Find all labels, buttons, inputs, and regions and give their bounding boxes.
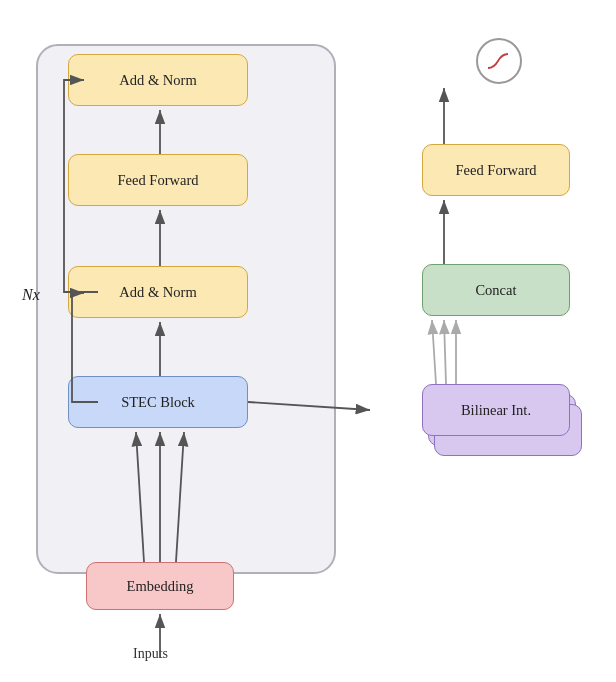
svg-line-10 <box>432 320 436 384</box>
feed-forward-left-block: Feed Forward <box>68 154 248 206</box>
nx-label: Nx <box>22 286 40 304</box>
embedding-block: Embedding <box>86 562 234 610</box>
activation-icon <box>476 38 522 84</box>
bilinear-block: Bilinear Int. <box>422 384 570 436</box>
inputs-label: Inputs <box>133 646 168 662</box>
add-norm-top-block: Add & Norm <box>68 54 248 106</box>
concat-block: Concat <box>422 264 570 316</box>
feed-forward-right-block: Feed Forward <box>422 144 570 196</box>
add-norm-bottom-block: Add & Norm <box>68 266 248 318</box>
svg-line-11 <box>444 320 446 384</box>
architecture-diagram: Nx Add & Norm Feed Forward Add & Norm ST… <box>18 16 598 666</box>
stec-block: STEC Block <box>68 376 248 428</box>
